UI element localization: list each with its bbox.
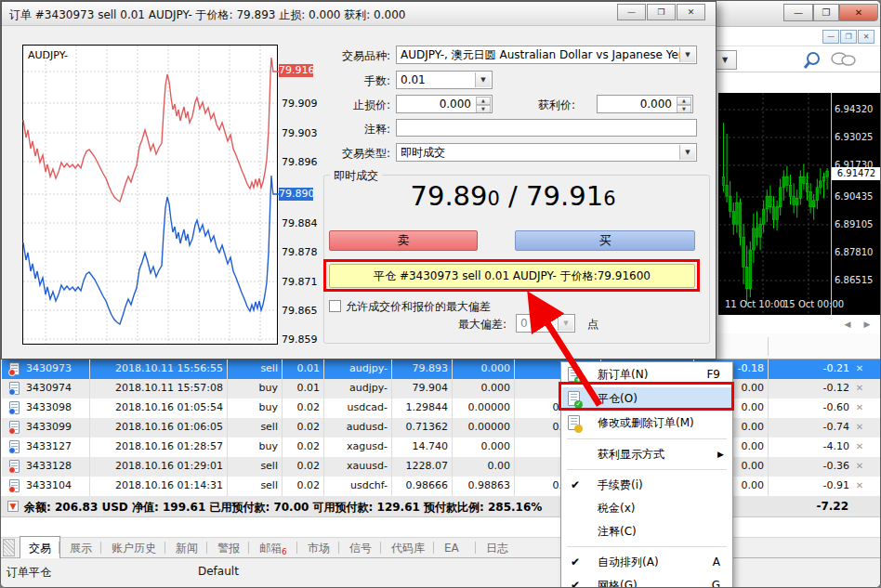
cell-type: buy — [230, 440, 278, 452]
take-profit-value: 0.000 — [640, 98, 672, 111]
scroll-right-icon[interactable]: ▶ — [861, 319, 874, 330]
annotation-rect-close-button — [323, 259, 700, 292]
child-restore-icon[interactable]: ❐ — [840, 30, 857, 44]
order-sell-icon — [9, 362, 20, 375]
price-scale-label: 6.89105 — [835, 219, 881, 230]
menu-item[interactable]: 税金(x) — [562, 497, 731, 520]
take-profit-stepper[interactable]: ▲▼ — [677, 97, 691, 111]
tab-信号[interactable]: 信号 — [341, 538, 380, 558]
cell-volume: 0.02 — [285, 421, 320, 433]
stop-loss-value: 0.000 — [440, 98, 471, 111]
chevron-down-icon: ▼ — [558, 316, 573, 331]
quick-close-icon[interactable]: ✕ — [854, 461, 865, 472]
panel-grip[interactable] — [3, 539, 15, 556]
price-scale-label: 6.93025 — [835, 132, 881, 143]
symbol-select[interactable]: AUDJPY-, 澳元日圆 Australian Dollar vs Japan… — [396, 46, 697, 64]
cell-sl: 0.000 — [457, 362, 510, 374]
bid-price-badge: 79.890 — [279, 188, 313, 201]
current-price-label: 6.91472 — [832, 167, 881, 180]
table-row[interactable]: 34331282018.10.16 01:29:01sell0.02xauusd… — [2, 457, 881, 477]
symbol-value: AUDJPY-, 澳元日圆 Australian Dollar vs Japan… — [401, 48, 685, 61]
order-sell-icon — [9, 421, 20, 434]
deviation-checkbox[interactable] — [329, 300, 341, 312]
quick-close-icon[interactable]: ✕ — [854, 480, 865, 491]
magnifier-icon[interactable] — [805, 53, 819, 68]
take-profit-field[interactable]: 0.000 ▲▼ — [597, 95, 693, 113]
menu-item-label: 获利显示方式 — [598, 443, 664, 465]
cell-type: sell — [230, 421, 278, 433]
column-divider — [89, 359, 90, 496]
menu-item[interactable]: 修改或删除订单(M) — [562, 412, 731, 436]
menu-item[interactable]: 获利显示方式▶ — [562, 443, 731, 466]
menu-item[interactable]: ✔自动排列(A)A — [562, 551, 731, 574]
menu-item[interactable]: ✔网格(G)G — [562, 574, 731, 588]
menu-item[interactable]: ✔手续费(i) — [562, 474, 731, 497]
dialog-titlebar[interactable]: 订单 #3430973 sell 0.01 AUDJPY- 于价格: 79.89… — [2, 2, 716, 26]
checkmark-icon: ✔ — [571, 574, 580, 588]
dialog-minimize-icon[interactable]: — — [617, 4, 646, 20]
dialog-restore-icon[interactable]: ❐ — [647, 4, 676, 20]
close-icon[interactable]: ✕ — [839, 4, 878, 21]
dialog-close-icon[interactable]: ✕ — [677, 4, 705, 20]
buy-button[interactable]: 买 — [515, 230, 695, 251]
max-deviation-select[interactable]: 0 ▼ — [516, 314, 575, 333]
deviation-unit-label: 点 — [587, 317, 598, 333]
volume-select[interactable]: 0.01 ▼ — [396, 71, 493, 89]
mail-count-badge: 6 — [282, 547, 287, 556]
chat-icon[interactable] — [832, 53, 855, 65]
table-row[interactable]: 34330992018.10.16 01:06:05sell0.02audusd… — [2, 418, 881, 438]
tab-separator — [59, 542, 59, 554]
order-dialog: 订单 #3430973 sell 0.01 AUDJPY- 于价格: 79.89… — [1, 1, 717, 359]
quote-display: 79.890 / 79.916 — [329, 180, 697, 212]
cell-order: 3433127 — [26, 440, 84, 452]
tab-新闻[interactable]: 新闻 — [167, 538, 206, 558]
stop-loss-label: 止损价: — [316, 98, 390, 113]
quick-close-icon[interactable]: ✕ — [854, 422, 865, 433]
quick-close-icon[interactable]: ✕ — [854, 441, 865, 452]
child-close-icon[interactable]: ✕ — [858, 30, 874, 44]
chevron-down-icon[interactable]: ▼ — [679, 145, 695, 160]
scroll-left-icon[interactable]: ◀ — [841, 319, 854, 330]
menu-separator — [567, 546, 727, 547]
maximize-icon[interactable]: ❐ — [813, 4, 839, 21]
sell-button[interactable]: 卖 — [329, 230, 478, 251]
submenu-arrow-icon: ▶ — [717, 443, 724, 465]
profile-name[interactable]: Default — [198, 565, 239, 578]
tab-代码库[interactable]: 代码库 — [383, 538, 433, 558]
tab-交易[interactable]: 交易 — [20, 536, 60, 558]
chevron-down-icon[interactable]: ▼ — [475, 72, 491, 87]
quick-close-icon[interactable]: ✕ — [854, 363, 865, 374]
table-row[interactable]: 34309732018.10.11 15:56:55sell0.01audjpy… — [2, 359, 881, 379]
stop-loss-stepper[interactable]: ▲▼ — [476, 97, 491, 111]
cell-symbol: audusd- — [327, 421, 388, 433]
tab-EA[interactable]: EA — [436, 538, 467, 558]
column-divider — [227, 359, 228, 496]
menu-item[interactable]: 注释(C) — [562, 520, 731, 543]
ask-last-digit: 6 — [603, 188, 615, 210]
price-scale-label: 6.94320 — [835, 104, 881, 115]
tab-邮箱[interactable]: 邮箱6 — [251, 538, 296, 558]
quick-close-icon[interactable]: ✕ — [854, 383, 865, 394]
table-row[interactable]: 34330982018.10.16 01:05:54buy0.02usdcad-… — [2, 399, 881, 418]
tab-警报[interactable]: 警报 — [209, 538, 248, 558]
dialog-title: 订单 #3430973 sell 0.01 AUDJPY- 于价格: 79.89… — [9, 7, 405, 23]
minimize-icon[interactable]: — — [783, 4, 813, 21]
quick-close-icon[interactable]: ✕ — [854, 402, 865, 413]
table-row[interactable]: 34331042018.10.16 01:14:31sell0.02usdchf… — [2, 477, 881, 496]
chevron-down-icon[interactable]: ▼ — [679, 47, 695, 62]
order-type-select[interactable]: 即时成交 ▼ — [396, 143, 697, 162]
comment-field[interactable] — [396, 119, 697, 137]
tab-日志[interactable]: 日志 — [478, 538, 517, 558]
table-row[interactable]: 34331272018.10.16 01:28:57buy0.02xagusd-… — [2, 438, 881, 457]
tab-账户历史[interactable]: 账户历史 — [103, 538, 164, 558]
tab-市场[interactable]: 市场 — [299, 538, 338, 558]
table-row[interactable]: 34309742018.10.11 15:57:08buy0.01audjpy-… — [2, 379, 881, 399]
order-type-value: 即时成交 — [401, 146, 445, 159]
toolbar-icons — [802, 50, 858, 71]
tab-展示[interactable]: 展示 — [61, 538, 100, 558]
modify-order-icon — [568, 415, 580, 430]
cell-price: 0.98666 — [395, 479, 448, 491]
child-minimize-icon[interactable]: — — [822, 30, 839, 44]
tab-separator — [475, 542, 476, 554]
stop-loss-field[interactable]: 0.000 ▲▼ — [396, 95, 493, 113]
